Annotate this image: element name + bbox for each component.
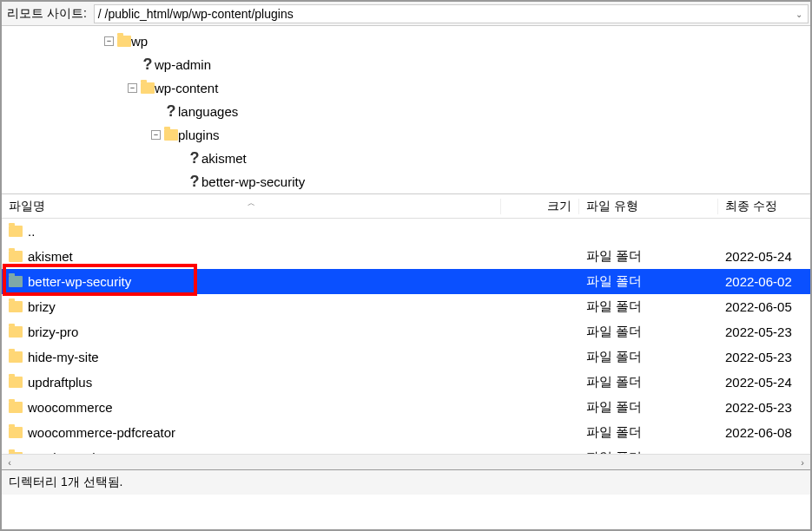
file-row[interactable]: .. [2, 219, 810, 244]
file-type-cell: 파일 폴더 [579, 399, 718, 416]
remote-path-value: / /public_html/wp/wp-content/plugins [98, 7, 294, 21]
tree-node-wp-admin[interactable]: ? wp-admin [2, 53, 810, 76]
file-name-label: akismet [28, 249, 73, 264]
folder-icon [9, 226, 23, 237]
file-row[interactable]: wordpress-beta-tester파일 폴더2022-05-24 [2, 445, 810, 454]
file-row[interactable]: hide-my-site파일 폴더2022-05-23 [2, 344, 810, 370]
file-date-cell: 2022-05-23 [718, 400, 810, 415]
folder-icon [9, 351, 23, 363]
folder-icon [9, 301, 23, 312]
status-bar: 디렉터리 1개 선택됨. [2, 470, 810, 495]
file-list-body[interactable]: ..akismet파일 폴더2022-05-24better-wp-securi… [2, 219, 810, 454]
file-type-cell: 파일 폴더 [579, 374, 718, 390]
file-type-cell: 파일 폴더 [579, 324, 718, 340]
file-row[interactable]: updraftplus파일 폴더2022-05-24 [2, 370, 810, 395]
file-type-cell: 파일 폴더 [579, 424, 718, 441]
folder-icon [117, 36, 131, 47]
status-text: 디렉터리 1개 선택됨. [9, 475, 122, 490]
file-name-cell: brizy [2, 299, 501, 314]
tree-node-wp-content[interactable]: − wp-content [2, 76, 810, 100]
file-name-label: brizy [28, 299, 56, 314]
column-header-date[interactable]: 최종 수정 [718, 199, 810, 214]
folder-icon [141, 82, 155, 94]
file-name-label: wordpress-beta-tester [28, 450, 155, 454]
folder-icon [9, 377, 23, 388]
collapse-icon[interactable]: − [104, 36, 114, 46]
folder-icon [9, 427, 23, 438]
file-type-cell: 파일 폴더 [579, 449, 718, 454]
file-type-cell: 파일 폴더 [579, 298, 718, 315]
file-date-cell: 2022-05-24 [718, 450, 810, 454]
tree-label: akismet [201, 151, 247, 166]
tree-label: wp [131, 34, 148, 49]
file-name-label: hide-my-site [28, 350, 99, 364]
file-name-cell: updraftplus [2, 375, 501, 390]
column-header-name[interactable]: 파일명 ︿ [2, 199, 501, 214]
tree-node-better-wp-security[interactable]: ? better-wp-security [2, 170, 810, 193]
tree-label: plugins [178, 128, 220, 142]
tree-node-akismet[interactable]: ? akismet [2, 147, 810, 170]
file-name-cell: better-wp-security [2, 274, 501, 289]
directory-tree[interactable]: − wp ? wp-admin − wp-content ? languages… [2, 26, 810, 194]
file-row[interactable]: woocommerce파일 폴더2022-05-23 [2, 395, 810, 420]
column-header-size[interactable]: 크기 [501, 199, 579, 214]
file-name-cell: brizy-pro [2, 324, 501, 339]
file-name-label: brizy-pro [28, 324, 78, 339]
tree-label: languages [178, 104, 238, 119]
unknown-folder-icon: ? [188, 149, 201, 167]
file-list-header: 파일명 ︿ 크기 파일 유형 최종 수정 [2, 194, 810, 219]
collapse-icon[interactable]: − [128, 83, 137, 93]
file-date-cell: 2022-05-24 [718, 249, 810, 264]
file-date-cell: 2022-06-05 [718, 299, 810, 314]
folder-icon [9, 402, 23, 413]
file-name-label: better-wp-security [28, 274, 131, 289]
file-row[interactable]: brizy-pro파일 폴더2022-05-23 [2, 319, 810, 344]
unknown-folder-icon: ? [141, 56, 155, 74]
file-name-cell: hide-my-site [2, 350, 501, 364]
unknown-folder-icon: ? [164, 102, 178, 121]
tree-label: better-wp-security [201, 174, 305, 189]
file-list-pane: 파일명 ︿ 크기 파일 유형 최종 수정 ..akismet파일 폴더2022-… [2, 194, 810, 470]
file-date-cell: 2022-06-02 [718, 274, 810, 289]
tree-node-languages[interactable]: ? languages [2, 100, 810, 123]
file-name-cell: .. [2, 224, 501, 239]
column-header-type[interactable]: 파일 유형 [579, 199, 718, 214]
file-row[interactable]: brizy파일 폴더2022-06-05 [2, 294, 810, 319]
file-name-label: woocommerce [28, 400, 113, 415]
scroll-right-icon[interactable]: › [795, 455, 810, 470]
tree-label: wp-content [155, 81, 218, 95]
file-row[interactable]: woocommerce-pdfcreator파일 폴더2022-06-08 [2, 420, 810, 445]
file-name-cell: wordpress-beta-tester [2, 450, 501, 454]
collapse-icon[interactable]: − [151, 130, 161, 140]
file-row[interactable]: better-wp-security파일 폴더2022-06-02 [2, 269, 810, 294]
file-date-cell: 2022-06-08 [718, 425, 810, 440]
folder-icon [9, 326, 23, 338]
tree-node-plugins[interactable]: − plugins [2, 123, 810, 147]
file-name-cell: akismet [2, 249, 501, 264]
file-type-cell: 파일 폴더 [579, 273, 718, 290]
file-name-cell: woocommerce [2, 400, 501, 415]
chevron-down-icon: ⌄ [795, 9, 802, 18]
file-name-label: updraftplus [28, 375, 92, 390]
file-name-label: .. [28, 224, 35, 239]
file-date-cell: 2022-05-24 [718, 375, 810, 390]
folder-icon [9, 251, 23, 262]
file-type-cell: 파일 폴더 [579, 248, 718, 265]
horizontal-scrollbar[interactable]: ‹ › [2, 454, 810, 469]
sort-ascending-icon: ︿ [248, 198, 255, 209]
remote-site-label: 리모트 사이트: [2, 6, 92, 22]
folder-icon [164, 129, 178, 141]
remote-path-dropdown[interactable]: / /public_html/wp/wp-content/plugins ⌄ [94, 4, 809, 23]
file-name-cell: woocommerce-pdfcreator [2, 425, 501, 440]
remote-site-address-bar: 리모트 사이트: / /public_html/wp/wp-content/pl… [2, 2, 810, 26]
tree-node-wp[interactable]: − wp [2, 30, 810, 53]
file-row[interactable]: akismet파일 폴더2022-05-24 [2, 244, 810, 269]
tree-label: wp-admin [155, 57, 211, 72]
file-date-cell: 2022-05-23 [718, 324, 810, 339]
file-type-cell: 파일 폴더 [579, 349, 718, 365]
file-date-cell: 2022-05-23 [718, 350, 810, 364]
unknown-folder-icon: ? [188, 173, 201, 191]
scroll-left-icon[interactable]: ‹ [2, 455, 17, 470]
folder-icon [9, 452, 23, 454]
folder-icon [9, 276, 23, 287]
